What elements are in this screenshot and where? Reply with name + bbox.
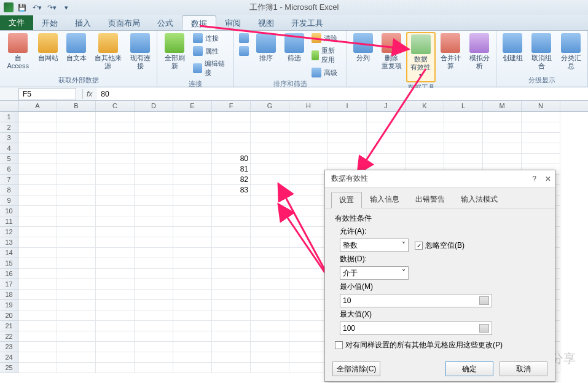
cell[interactable] bbox=[367, 133, 406, 143]
cell[interactable] bbox=[135, 331, 173, 342]
cell[interactable] bbox=[135, 321, 173, 331]
row-header[interactable]: 8 bbox=[0, 185, 18, 195]
cell[interactable] bbox=[289, 352, 328, 363]
cell[interactable] bbox=[212, 195, 251, 206]
ungroup-button[interactable]: 取消组合 bbox=[527, 32, 555, 71]
row-header[interactable]: 20 bbox=[0, 310, 18, 321]
row-header[interactable]: 17 bbox=[0, 279, 18, 290]
subtotal-button[interactable]: 分类汇总 bbox=[557, 32, 585, 71]
cell[interactable] bbox=[96, 363, 135, 373]
cell[interactable] bbox=[367, 143, 406, 154]
cell[interactable] bbox=[18, 112, 57, 122]
cell[interactable] bbox=[173, 216, 212, 227]
cell[interactable] bbox=[135, 122, 173, 133]
edit-links-button[interactable]: 编辑链接 bbox=[190, 58, 231, 79]
cell[interactable] bbox=[328, 133, 367, 143]
cell[interactable] bbox=[96, 279, 135, 290]
cell[interactable] bbox=[18, 258, 57, 269]
cell[interactable] bbox=[483, 112, 522, 122]
cell[interactable] bbox=[367, 122, 406, 133]
cell[interactable] bbox=[96, 133, 135, 143]
cell[interactable] bbox=[18, 185, 57, 195]
cell[interactable] bbox=[173, 206, 212, 216]
cell[interactable] bbox=[96, 331, 135, 342]
cell[interactable] bbox=[173, 195, 212, 206]
tab-view[interactable]: 视图 bbox=[249, 15, 283, 30]
cell[interactable] bbox=[251, 258, 289, 269]
cell[interactable] bbox=[212, 112, 251, 122]
ignore-blank-checkbox[interactable]: ✓忽略空值(B) bbox=[415, 240, 465, 251]
cell[interactable] bbox=[483, 154, 522, 164]
cell[interactable] bbox=[212, 269, 251, 279]
col-header[interactable]: H bbox=[289, 101, 328, 111]
cell[interactable] bbox=[18, 300, 57, 310]
cell[interactable] bbox=[57, 269, 96, 279]
cell[interactable] bbox=[173, 331, 212, 342]
cell[interactable] bbox=[57, 195, 96, 206]
cell[interactable] bbox=[173, 258, 212, 269]
row-header[interactable]: 11 bbox=[0, 216, 18, 227]
cell[interactable] bbox=[289, 331, 328, 342]
from-other-button[interactable]: 自其他来源 bbox=[91, 32, 125, 71]
existing-connections-button[interactable]: 现有连接 bbox=[127, 32, 155, 71]
cell[interactable] bbox=[18, 164, 57, 175]
cell[interactable] bbox=[212, 290, 251, 300]
col-header[interactable]: J bbox=[367, 101, 406, 111]
cell[interactable] bbox=[289, 310, 328, 321]
cell[interactable] bbox=[96, 269, 135, 279]
sort-button[interactable]: 排序 bbox=[253, 32, 280, 63]
cell[interactable] bbox=[96, 195, 135, 206]
filter-button[interactable]: 筛选 bbox=[281, 32, 308, 63]
cell[interactable] bbox=[212, 216, 251, 227]
cell[interactable] bbox=[251, 310, 289, 321]
row-header[interactable]: 9 bbox=[0, 195, 18, 206]
cell[interactable] bbox=[57, 206, 96, 216]
whatif-button[interactable]: 模拟分析 bbox=[466, 32, 493, 71]
cell[interactable] bbox=[289, 206, 328, 216]
help-icon[interactable]: ? bbox=[532, 175, 536, 183]
col-header[interactable]: E bbox=[173, 101, 212, 111]
cell[interactable] bbox=[251, 154, 289, 164]
cell[interactable] bbox=[173, 143, 212, 154]
col-header[interactable]: F bbox=[212, 101, 251, 111]
cell[interactable] bbox=[18, 310, 57, 321]
cell[interactable] bbox=[173, 122, 212, 133]
col-header[interactable]: C bbox=[96, 101, 135, 111]
sort-za-button[interactable] bbox=[237, 45, 251, 57]
cell[interactable] bbox=[173, 133, 212, 143]
cell[interactable] bbox=[289, 321, 328, 331]
cell[interactable] bbox=[212, 352, 251, 363]
cell[interactable] bbox=[135, 300, 173, 310]
cell[interactable]: 80 bbox=[212, 154, 251, 164]
cell[interactable] bbox=[251, 112, 289, 122]
cell[interactable] bbox=[57, 310, 96, 321]
cell[interactable] bbox=[96, 216, 135, 227]
cell[interactable] bbox=[212, 300, 251, 310]
cell[interactable] bbox=[135, 310, 173, 321]
cell[interactable] bbox=[96, 175, 135, 185]
cell[interactable] bbox=[522, 133, 560, 143]
group-button[interactable]: 创建组 bbox=[499, 32, 526, 63]
row-header[interactable]: 12 bbox=[0, 227, 18, 237]
cell[interactable] bbox=[173, 321, 212, 331]
cell[interactable] bbox=[57, 143, 96, 154]
from-web-button[interactable]: 自网站 bbox=[34, 32, 61, 63]
row-header[interactable]: 2 bbox=[0, 122, 18, 133]
reapply-button[interactable]: 重新应用 bbox=[309, 45, 344, 66]
from-access-button[interactable]: 自 Access bbox=[2, 32, 33, 71]
range-select-icon[interactable] bbox=[479, 296, 489, 305]
cell[interactable] bbox=[96, 112, 135, 122]
cell[interactable] bbox=[96, 122, 135, 133]
cell[interactable] bbox=[212, 248, 251, 258]
cell[interactable] bbox=[289, 216, 328, 227]
range-select-icon[interactable] bbox=[479, 324, 489, 333]
cell[interactable] bbox=[96, 164, 135, 175]
cell[interactable] bbox=[173, 164, 212, 175]
col-header[interactable]: M bbox=[483, 101, 522, 111]
cell[interactable] bbox=[289, 300, 328, 310]
cell[interactable] bbox=[251, 342, 289, 352]
cell[interactable] bbox=[173, 279, 212, 290]
cell[interactable] bbox=[212, 122, 251, 133]
cell[interactable] bbox=[289, 143, 328, 154]
cell[interactable] bbox=[251, 248, 289, 258]
